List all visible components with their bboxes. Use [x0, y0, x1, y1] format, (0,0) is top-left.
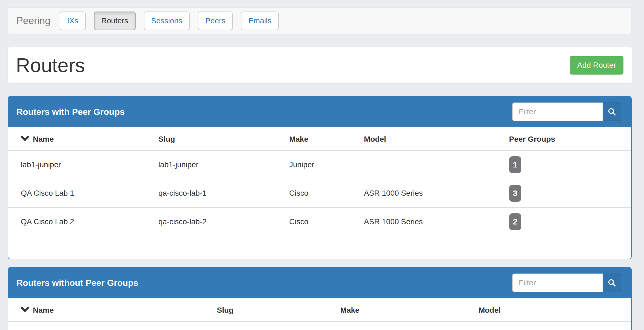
nav-button-routers[interactable]: Routers: [94, 12, 136, 30]
column-label: Name: [33, 306, 54, 315]
cell-slug: qa-cisco-lab-2: [154, 207, 285, 236]
cell-make: Juniper: [285, 150, 360, 179]
nav-button-ixs[interactable]: IXs: [60, 12, 86, 30]
table-row: QA Cisco Lab 1 qa-cisco-lab-1 Cisco ASR …: [8, 179, 631, 207]
chevron-down-icon: [21, 306, 29, 315]
main-container: Peering IXs Routers Sessions Peers Email…: [8, 7, 632, 330]
cell-make: Cisco: [285, 179, 360, 207]
column-header-name[interactable]: Name: [8, 298, 213, 321]
panel-title: Routers without Peer Groups: [16, 278, 138, 287]
filter-group: [512, 274, 621, 292]
filter-input[interactable]: [512, 274, 603, 292]
column-label: Name: [33, 135, 54, 144]
cell-make: Cisco: [285, 207, 360, 236]
panel-heading: Routers without Peer Groups: [8, 268, 631, 298]
column-header-make[interactable]: Make: [285, 127, 360, 150]
page-header-card: Routers Add Router: [8, 47, 632, 83]
panel-routers-with-peer-groups: Routers with Peer Groups: [8, 96, 632, 259]
cell-model: [360, 150, 505, 179]
column-header-peer-groups[interactable]: Peer Groups: [505, 127, 631, 150]
search-button[interactable]: [603, 103, 621, 121]
column-header-make[interactable]: Make: [336, 298, 474, 321]
cell-name: QA Cisco Lab 1: [8, 179, 154, 207]
table-header-row: Name Slug Make Model: [8, 298, 631, 321]
peer-groups-badge: 2: [509, 213, 521, 230]
nav-button-emails[interactable]: Emails: [241, 12, 279, 30]
filter-input[interactable]: [512, 103, 603, 121]
column-header-model[interactable]: Model: [360, 127, 505, 150]
column-header-slug[interactable]: Slug: [154, 127, 285, 150]
peer-groups-badge: 1: [509, 156, 521, 173]
cell-name: lab1-juniper: [8, 150, 154, 179]
search-icon: [607, 278, 617, 288]
routers-with-peer-groups-table: Name Slug Make Model Peer Groups lab1-ju…: [8, 127, 631, 236]
cell-peer-groups: 1: [505, 150, 631, 179]
search-button[interactable]: [603, 274, 621, 292]
panel-heading: Routers with Peer Groups: [8, 96, 631, 127]
nav-button-sessions[interactable]: Sessions: [144, 12, 190, 30]
cell-name: QA Cisco Lab 2: [8, 207, 154, 236]
search-icon: [607, 107, 617, 116]
nav-button-peers[interactable]: Peers: [198, 12, 233, 30]
top-navbar: Peering IXs Routers Sessions Peers Email…: [8, 7, 632, 35]
panel-title: Routers with Peer Groups: [16, 107, 125, 116]
column-header-model[interactable]: Model: [474, 298, 631, 321]
cell-peer-groups: 3: [505, 179, 631, 207]
peer-groups-badge: 3: [509, 185, 521, 202]
column-header-slug[interactable]: Slug: [213, 298, 336, 321]
table-header-row: Name Slug Make Model Peer Groups: [8, 127, 631, 150]
cell-slug: lab1-juniper: [154, 150, 285, 179]
cell-slug: qa-cisco-lab-1: [154, 179, 285, 207]
panel-routers-without-peer-groups: Routers without Peer Groups: [8, 267, 632, 330]
brand-title: Peering: [16, 16, 50, 26]
cell-model: ASR 1000 Series: [360, 207, 505, 236]
table-row: QA Cisco Lab 2 qa-cisco-lab-2 Cisco ASR …: [8, 207, 631, 236]
table-row: lab1-juniper lab1-juniper Juniper 1: [8, 150, 631, 179]
filter-group: [512, 103, 621, 121]
column-header-name[interactable]: Name: [8, 127, 154, 150]
add-router-button[interactable]: Add Router: [570, 56, 623, 75]
cell-peer-groups: 2: [505, 207, 631, 236]
chevron-down-icon: [21, 135, 29, 144]
routers-without-peer-groups-table: Name Slug Make Model: [8, 298, 631, 322]
cell-model: ASR 1000 Series: [360, 179, 505, 207]
page-title: Routers: [16, 54, 85, 76]
